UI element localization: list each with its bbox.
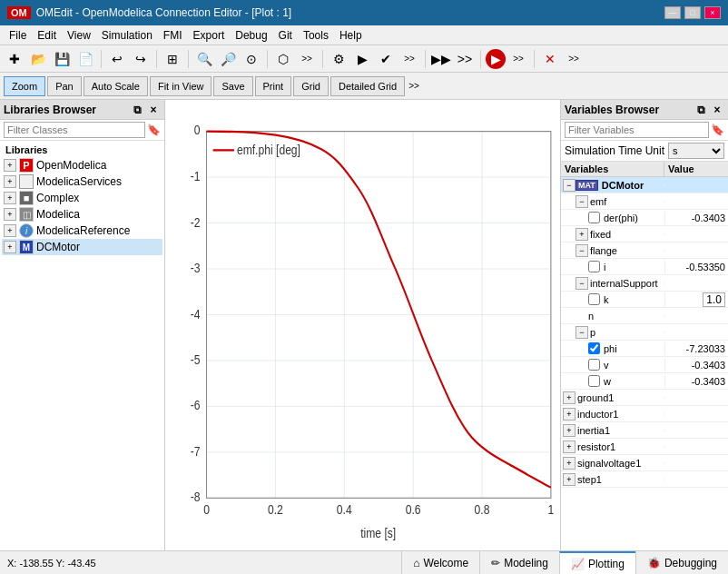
plot-toolbar-more[interactable]: >> (408, 81, 419, 91)
tab-welcome[interactable]: ⌂ Welcome (401, 551, 479, 575)
var-row-p: − p (561, 324, 728, 341)
lib-item-modelicaservices[interactable]: + ModelicaServices (2, 173, 162, 190)
new-button[interactable]: ✚ (4, 48, 25, 70)
lib-item-complex[interactable]: + ■ Complex (2, 190, 162, 206)
expand-inductor1[interactable]: + (563, 408, 576, 421)
var-panel-close-icon[interactable]: × (710, 104, 724, 116)
svg-text:-3: -3 (191, 262, 201, 276)
expand-complex[interactable]: + (4, 192, 16, 204)
fit-in-view-button[interactable]: Fit in View (150, 76, 212, 96)
checkbox-v[interactable] (588, 359, 600, 371)
panel-close-icon[interactable]: × (146, 104, 161, 116)
check-button[interactable]: ✔ (375, 48, 397, 70)
auto-scale-button[interactable]: Auto Scale (84, 76, 148, 96)
expand-openmodelica[interactable]: + (4, 159, 16, 172)
expand-modelica[interactable]: + (4, 208, 16, 221)
toolbar-more4[interactable]: >> (563, 48, 585, 70)
pan-button[interactable]: Pan (47, 76, 82, 96)
forward-button[interactable]: ▶▶ (430, 48, 452, 70)
open-button[interactable]: 📂 (27, 48, 49, 70)
maximize-button[interactable]: □ (684, 6, 701, 19)
sim-setup-button[interactable]: ⚙ (328, 48, 349, 70)
var-tree: Variables Value − MAT DCMotor − emf der(… (561, 162, 728, 550)
print-button[interactable]: Print (255, 76, 292, 96)
minimize-button[interactable]: — (664, 6, 681, 19)
lib-item-openmodelica[interactable]: + P OpenModelica (2, 157, 162, 173)
lib-item-dcmotor[interactable]: + M DCMotor (2, 239, 162, 255)
tab-debugging[interactable]: 🐞 Debugging (635, 551, 728, 575)
var-filter-input[interactable] (565, 122, 709, 138)
title-text: OMEdit - OpenModelica Connection Editor … (36, 6, 291, 19)
lib-item-modelica[interactable]: + ◫ Modelica (2, 206, 162, 223)
expand-inertia1[interactable]: + (563, 424, 576, 437)
checkbox-w[interactable] (588, 375, 600, 387)
zoom-button[interactable]: Zoom (4, 76, 45, 96)
menu-fmi[interactable]: FMI (158, 27, 188, 44)
expand-modelicareference[interactable]: + (4, 224, 16, 237)
grid-plot-button[interactable]: Grid (293, 76, 329, 96)
toolbar-more3[interactable]: >> (507, 48, 529, 70)
menu-edit[interactable]: Edit (32, 27, 62, 44)
checkbox-phi[interactable] (588, 342, 600, 354)
tab-plotting[interactable]: 📈 Plotting (559, 551, 635, 575)
menu-git[interactable]: Git (273, 27, 298, 44)
menu-debug[interactable]: Debug (230, 27, 272, 44)
stop-button[interactable]: ✕ (539, 48, 561, 70)
save-button[interactable]: 💾 (51, 48, 73, 70)
forward-more-button[interactable]: >> (454, 48, 476, 70)
lib-tree: Libraries + P OpenModelica + ModelicaSer… (0, 141, 164, 550)
detailed-grid-button[interactable]: Detailed Grid (330, 76, 405, 96)
grid-button[interactable]: ⊞ (162, 48, 183, 70)
close-button[interactable]: × (704, 6, 721, 19)
zoom-out-button[interactable]: 🔍 (193, 48, 215, 70)
run-button[interactable]: ▶ (486, 49, 506, 69)
var-value-v: -0.3403 (664, 359, 728, 371)
zoom-in-button[interactable]: 🔎 (217, 48, 239, 70)
expand-modelicaservices[interactable]: + (4, 175, 16, 188)
save-plot-button[interactable]: Save (213, 76, 252, 96)
shape-button[interactable]: ⬡ (272, 48, 294, 70)
menu-simulation[interactable]: Simulation (96, 27, 158, 44)
expand-ground1[interactable]: + (563, 391, 576, 404)
expand-internalsupport[interactable]: − (576, 277, 588, 290)
var-row-emf: − emf (561, 193, 728, 210)
checkbox-derphi[interactable] (588, 212, 600, 223)
menu-view[interactable]: View (62, 27, 96, 44)
var-row-inertia1: + inertia1 (561, 422, 728, 439)
expand-dcmotor[interactable]: + (4, 241, 16, 253)
tab-modeling[interactable]: ✏ Modeling (479, 551, 559, 575)
menu-export[interactable]: Export (188, 27, 231, 44)
toolbar-more2[interactable]: >> (398, 48, 420, 70)
saveas-button[interactable]: 📄 (74, 48, 96, 70)
lib-item-modelicareference[interactable]: + i ModelicaReference (2, 223, 162, 239)
sim-button[interactable]: ▶ (351, 48, 373, 70)
menu-file[interactable]: File (4, 27, 32, 44)
svg-text:-1: -1 (191, 169, 201, 183)
toolbar-more1[interactable]: >> (296, 48, 318, 70)
zoom-fit-button[interactable]: ⊙ (241, 48, 262, 70)
var-value-step1 (664, 479, 728, 480)
checkbox-k[interactable] (588, 293, 600, 305)
undo-button[interactable]: ↩ (106, 48, 128, 70)
plot-area[interactable]: 0 -1 -2 -3 -4 -5 -6 -7 -8 0 0.2 0.4 0.6 … (165, 100, 560, 550)
redo-button[interactable]: ↪ (130, 48, 152, 70)
expand-dcmotor-var[interactable]: − (563, 179, 576, 192)
expand-p[interactable]: − (576, 326, 588, 339)
expand-fixed[interactable]: + (576, 228, 588, 241)
sim-time-select[interactable]: s ms min h (668, 143, 724, 159)
icon-modelicaservices (19, 174, 34, 189)
var-name-inductor1: inductor1 (576, 408, 664, 421)
lib-filter-input[interactable] (4, 122, 145, 138)
menu-tools[interactable]: Tools (298, 27, 334, 44)
var-name-fixed: fixed (588, 228, 664, 241)
expand-resistor1[interactable]: + (563, 440, 576, 453)
expand-flange[interactable]: − (576, 244, 588, 257)
var-panel-float-icon[interactable]: ⧉ (694, 104, 708, 116)
panel-float-icon[interactable]: ⧉ (130, 104, 144, 116)
menu-help[interactable]: Help (334, 27, 368, 44)
expand-step1[interactable]: + (563, 473, 576, 486)
expand-signalvoltage1[interactable]: + (563, 457, 576, 470)
checkbox-i[interactable] (588, 261, 600, 272)
var-value-n (664, 315, 728, 317)
expand-emf[interactable]: − (576, 195, 588, 208)
